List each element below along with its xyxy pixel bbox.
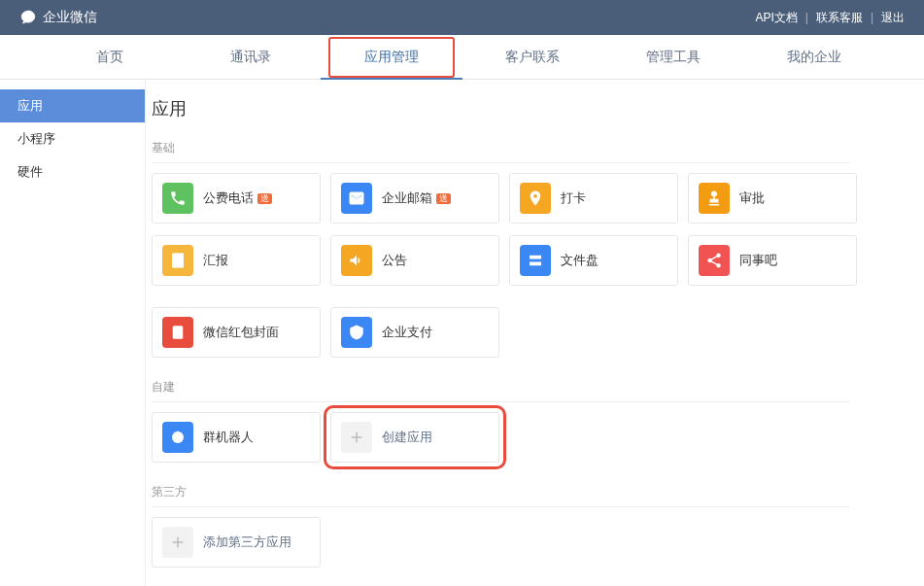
svg-point-3 [176,329,180,333]
badge: 送 [257,193,272,204]
brand-logo: 企业微信 [19,9,97,26]
sidebar-item-miniprograms[interactable]: 小程序 [0,122,145,155]
app-card-pay[interactable]: 企业支付 [330,307,499,358]
app-card-colleague[interactable]: 同事吧 [688,235,857,286]
highlight-box [328,37,454,78]
megaphone-icon [341,245,372,276]
bot-icon [162,422,193,453]
support-link[interactable]: 联系客服 [816,10,863,26]
disk-icon [520,245,551,276]
svg-point-5 [175,435,177,437]
section-basic: 基础 [152,140,849,163]
app-card-report[interactable]: 汇报 [152,235,321,286]
location-icon [520,183,551,214]
phone-icon [162,183,193,214]
logout-link[interactable]: 退出 [881,10,905,26]
tab-apps[interactable]: 应用管理 [321,35,462,80]
svg-point-6 [179,435,181,437]
sidebar-item-hardware[interactable]: 硬件 [0,155,145,189]
sidebar: 应用 小程序 硬件 [0,80,146,586]
app-card-checkin[interactable]: 打卡 [509,173,678,224]
check-icon [341,317,372,348]
mail-icon [341,183,372,214]
app-card-redpacket[interactable]: 微信红包封面 [152,307,321,358]
stamp-icon [699,183,730,214]
create-app-button[interactable]: 创建应用 [330,412,499,463]
share-icon [699,245,730,276]
svg-point-4 [172,431,184,443]
app-card-announcement[interactable]: 公告 [330,235,499,286]
plus-icon [341,422,372,453]
app-card-filedisk[interactable]: 文件盘 [509,235,678,286]
document-icon [162,245,193,276]
page-title: 应用 [152,97,924,121]
tab-myorg[interactable]: 我的企业 [744,35,885,80]
tab-customer[interactable]: 客户联系 [462,35,603,80]
topbar: 企业微信 API文档 | 联系客服 | 退出 [0,0,924,35]
tab-home[interactable]: 首页 [39,35,180,80]
section-third: 第三方 [152,484,849,507]
tab-tools[interactable]: 管理工具 [603,35,744,80]
add-thirdparty-button[interactable]: 添加第三方应用 [152,517,321,568]
app-card-mail[interactable]: 企业邮箱送 [330,173,499,224]
plus-icon [162,527,193,558]
app-card-approval[interactable]: 审批 [688,173,857,224]
top-links: API文档 | 联系客服 | 退出 [755,10,905,26]
badge: 送 [436,193,451,204]
brand-label: 企业微信 [43,9,97,26]
tab-contacts[interactable]: 通讯录 [180,35,321,80]
redpacket-icon [162,317,193,348]
sidebar-item-apps[interactable]: 应用 [0,89,145,122]
section-self: 自建 [152,379,849,402]
api-docs-link[interactable]: API文档 [755,10,797,26]
chat-icon [19,9,37,26]
nav-tabs: 首页 通讯录 应用管理 客户联系 管理工具 我的企业 [0,35,924,80]
main-content: 应用 基础 公费电话送 企业邮箱送 打卡 审批 [146,80,924,586]
app-card-phone[interactable]: 公费电话送 [152,173,321,224]
app-card-bot[interactable]: 群机器人 [152,412,321,463]
